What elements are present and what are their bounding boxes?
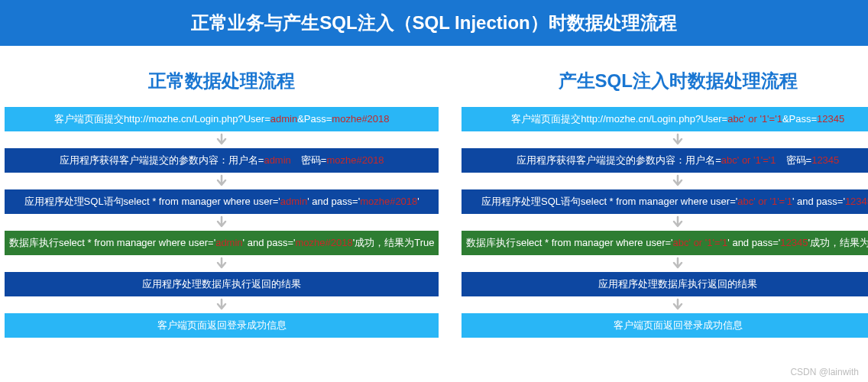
highlight-user: admin (215, 237, 242, 248)
injection-flow-heading: 产生SQL注入时数据处理流程 (462, 69, 868, 93)
highlight-pass: mozhe#2018 (296, 237, 353, 248)
highlight-user: abc' or '1'='1 (673, 237, 728, 248)
arrow-down-icon (5, 173, 439, 189)
text: '成功，结果为True (808, 237, 868, 248)
arrow-down-icon (462, 131, 868, 148)
arrow-down-icon (462, 296, 868, 313)
arrow-down-icon (462, 173, 868, 189)
text: 数据库执行select * from manager where user=' (9, 237, 215, 248)
text: 客户端页面提交http://mozhe.cn/Login.php?User= (511, 113, 727, 125)
right-step-4: 数据库执行select * from manager where user='a… (462, 231, 868, 255)
text: 密码= (291, 154, 327, 166)
right-step-5: 应用程序处理数据库执行返回的结果 (462, 272, 868, 296)
left-step-4: 数据库执行select * from manager where user='a… (5, 231, 439, 255)
left-step-1: 客户端页面提交http://mozhe.cn/Login.php?User=ad… (5, 107, 439, 131)
text: 应用程序获得客户端提交的参数内容：用户名= (60, 154, 264, 166)
arrow-down-icon (5, 214, 439, 231)
right-step-2: 应用程序获得客户端提交的参数内容：用户名=abc' or '1'='1 密码=1… (462, 148, 868, 173)
left-step-2: 应用程序获得客户端提交的参数内容：用户名=admin 密码=mozhe#2018 (5, 148, 439, 173)
diagram-columns: 正常数据处理流程 客户端页面提交http://mozhe.cn/Login.ph… (0, 46, 868, 344)
normal-flow-heading: 正常数据处理流程 (5, 69, 439, 93)
right-step-3: 应用程序处理SQL语句select * from manager where u… (462, 189, 868, 214)
highlight-user: admin (280, 196, 307, 207)
highlight-pass: 12345 (817, 113, 844, 125)
arrow-down-icon (5, 255, 439, 272)
highlight-pass: mozhe#2018 (360, 196, 417, 207)
highlight-pass: mozhe#2018 (326, 154, 384, 166)
arrow-down-icon (462, 255, 868, 272)
watermark: CSDN @lainwith (790, 367, 859, 377)
text: ' (417, 196, 419, 207)
right-step-6: 客户端页面返回登录成功信息 (462, 313, 868, 338)
text: 应用程序获得客户端提交的参数内容：用户名= (517, 154, 721, 166)
text: 应用程序处理SQL语句select * from manager where u… (481, 196, 737, 207)
arrow-down-icon (5, 131, 439, 148)
highlight-pass: mozhe#2018 (332, 113, 389, 125)
text: 客户端页面提交http://mozhe.cn/Login.php?User= (54, 113, 270, 125)
text: '成功，结果为True (353, 237, 435, 248)
highlight-user: abc' or '1'='1 (721, 154, 776, 166)
highlight-user: admin (264, 154, 290, 166)
injection-flow-column: 产生SQL注入时数据处理流程 客户端页面提交http://mozhe.cn/Lo… (462, 69, 868, 338)
highlight-user: abc' or '1'='1 (727, 113, 782, 125)
highlight-user: admin (270, 113, 297, 125)
left-step-6: 客户端页面返回登录成功信息 (5, 313, 439, 338)
text: ' and pass=' (727, 237, 780, 248)
highlight-pass: 12345 (845, 196, 868, 207)
text: &Pass= (297, 113, 332, 125)
arrow-down-icon (5, 296, 439, 313)
left-step-3: 应用程序处理SQL语句select * from manager where u… (5, 189, 439, 214)
right-step-1: 客户端页面提交http://mozhe.cn/Login.php?User=ab… (462, 107, 868, 131)
text: &Pass= (782, 113, 817, 125)
left-step-5: 应用程序处理数据库执行返回的结果 (5, 272, 439, 296)
arrow-down-icon (462, 214, 868, 231)
text: ' and pass=' (792, 196, 845, 207)
text: ' and pass=' (243, 237, 296, 248)
text: ' and pass=' (307, 196, 360, 207)
highlight-user: abc' or '1'='1 (737, 196, 792, 207)
highlight-pass: 12345 (811, 154, 839, 166)
highlight-pass: 12345 (780, 237, 808, 248)
text: 应用程序处理SQL语句select * from manager where u… (24, 196, 280, 207)
text: 密码= (776, 154, 812, 166)
text: 数据库执行select * from manager where user=' (466, 237, 672, 248)
diagram-title: 正常业务与产生SQL注入（SQL Injection）时数据处理流程 (0, 0, 868, 46)
normal-flow-column: 正常数据处理流程 客户端页面提交http://mozhe.cn/Login.ph… (5, 69, 439, 338)
